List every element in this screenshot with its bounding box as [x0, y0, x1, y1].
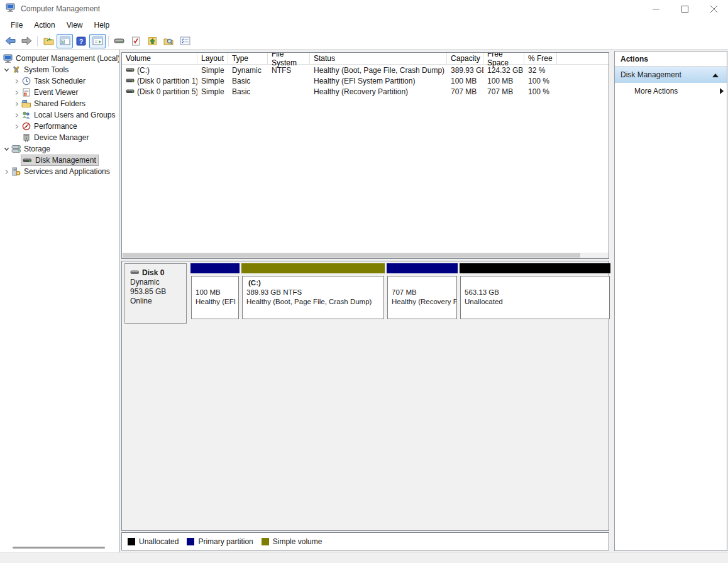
chevron-down-icon[interactable]: [2, 65, 11, 74]
app-icon: [6, 3, 16, 14]
computer-management-window: Computer Management File Action View Hel…: [0, 0, 728, 563]
partition-body[interactable]: (C:) 389.93 GB NTFS Healthy (Boot, Page …: [242, 276, 384, 319]
minimize-button[interactable]: [641, 0, 670, 18]
menu-file[interactable]: File: [5, 19, 28, 31]
legend-label: Unallocated: [139, 537, 179, 546]
menu-help[interactable]: Help: [89, 19, 116, 31]
cell-type: Basic: [228, 77, 268, 85]
column-header-layout[interactable]: Layout: [197, 53, 228, 64]
cell-type: Dynamic: [228, 66, 268, 75]
tree-item-label: Storage: [24, 145, 50, 153]
chevron-right-icon[interactable]: [12, 88, 21, 97]
tree-item-computer-management[interactable]: Computer Management (Local): [0, 53, 119, 64]
partition-body[interactable]: 100 MB Healthy (EFI System Partition): [191, 276, 239, 319]
console-tree: Computer Management (Local) System Tools: [0, 50, 119, 177]
tree-item-event-viewer[interactable]: Event Viewer: [0, 87, 119, 98]
maximize-button[interactable]: [670, 0, 699, 18]
console-tree-toggle-icon: [60, 36, 70, 45]
partition-c-volume[interactable]: (C:) 389.93 GB NTFS Healthy (Boot, Page …: [241, 263, 385, 324]
menu-view[interactable]: View: [61, 19, 89, 31]
storage-icon: [11, 145, 21, 153]
chevron-right-icon[interactable]: [12, 77, 21, 85]
local-users-groups-icon: [21, 111, 31, 119]
chevron-right-icon[interactable]: [12, 111, 21, 119]
column-header-volume[interactable]: Volume: [122, 53, 197, 64]
more-actions-item[interactable]: More Actions: [615, 83, 727, 99]
event-viewer-icon: [21, 88, 31, 97]
action-pane-toggle-button[interactable]: [89, 34, 106, 48]
partition-body[interactable]: 563.13 GB Unallocated: [460, 276, 610, 319]
properties-list-button[interactable]: [177, 34, 193, 48]
selected-tree-item[interactable]: Disk Management: [21, 155, 99, 166]
tree-item-system-tools[interactable]: System Tools: [0, 64, 119, 75]
partitions-strip: 100 MB Healthy (EFI System Partition) (C…: [190, 263, 610, 324]
title-bar: Computer Management: [0, 0, 728, 18]
volume-list-horizontal-scrollbar[interactable]: [122, 253, 609, 258]
column-header-free-space[interactable]: Free Space: [483, 53, 524, 64]
actions-group-disk-management[interactable]: Disk Management: [615, 67, 727, 83]
column-header-file-system[interactable]: File System: [268, 53, 310, 64]
volume-icon: [126, 77, 135, 85]
chevron-down-icon[interactable]: [2, 145, 11, 153]
partition-recovery[interactable]: 707 MB Healthy (Recovery Partition): [387, 263, 458, 324]
window-title: Computer Management: [21, 4, 100, 13]
cell-free-space: 124.32 GB: [483, 66, 524, 75]
volume-name: (Disk 0 partition 1): [137, 77, 197, 85]
folder-up-icon: [148, 36, 157, 46]
cell-layout: Simple: [197, 77, 228, 85]
menu-bar: File Action View Help: [0, 18, 728, 33]
console-tree-toggle-button[interactable]: [57, 34, 73, 48]
column-header-type[interactable]: Type: [228, 53, 268, 64]
shared-folders-icon: 22: [21, 99, 31, 108]
export-list-button[interactable]: [40, 34, 57, 48]
table-row[interactable]: (Disk 0 partition 5) Simple Basic Health…: [122, 86, 609, 97]
volume-name: (C:): [137, 66, 150, 75]
tree-horizontal-scrollbar[interactable]: [13, 547, 105, 549]
status-bar: [0, 552, 728, 563]
chevron-right-icon[interactable]: [12, 99, 21, 108]
cell-capacity: 707 MB: [447, 87, 483, 96]
partition-unallocated[interactable]: 563.13 GB Unallocated: [460, 263, 610, 324]
collapse-arrow-icon[interactable]: [712, 74, 719, 77]
close-button[interactable]: [699, 0, 728, 18]
tree-item-task-scheduler[interactable]: Task Scheduler: [0, 75, 119, 87]
tree-item-performance[interactable]: Performance: [0, 121, 119, 132]
tree-item-local-users-and-groups[interactable]: Local Users and Groups: [0, 109, 119, 121]
tree-item-device-manager[interactable]: Device Manager: [0, 132, 119, 143]
partition-title: [392, 278, 453, 288]
actions-pane: Actions Disk Management More Actions: [614, 51, 727, 551]
export-folder-icon: [43, 36, 54, 45]
disk-0-row: Disk 0 Dynamic 953.85 GB Online 100 MB H…: [124, 263, 606, 324]
partition-color-bar: [190, 263, 240, 273]
partition-size: 389.93 GB NTFS: [246, 288, 380, 297]
chevron-right-icon[interactable]: [2, 167, 11, 176]
performance-icon: [21, 122, 31, 131]
tree-item-disk-management[interactable]: Disk Management: [0, 155, 119, 166]
chevron-right-icon[interactable]: [12, 122, 21, 131]
scrollbar-thumb[interactable]: [123, 253, 580, 258]
back-arrow-icon: [5, 36, 16, 45]
back-button[interactable]: [2, 34, 18, 48]
check-document-icon: [131, 36, 140, 46]
table-row[interactable]: (C:) Simple Dynamic NTFS Healthy (Boot, …: [122, 65, 609, 75]
forward-button[interactable]: [18, 34, 35, 48]
check-document-button[interactable]: [128, 34, 144, 48]
tree-item-label: Shared Folders: [34, 99, 85, 108]
tree-item-services-and-applications[interactable]: Services and Applications: [0, 166, 119, 177]
column-header-status[interactable]: Status: [310, 53, 447, 64]
folder-search-button[interactable]: [160, 34, 177, 48]
menu-action[interactable]: Action: [28, 19, 60, 31]
tree-item-shared-folders[interactable]: 22 Shared Folders: [0, 98, 119, 109]
help-button[interactable]: ?: [73, 34, 89, 48]
disk-0-header[interactable]: Disk 0 Dynamic 953.85 GB Online: [124, 263, 187, 324]
disk-device-button[interactable]: [111, 34, 128, 48]
column-header-capacity[interactable]: Capacity: [447, 53, 483, 64]
table-row[interactable]: (Disk 0 partition 1) Simple Basic Health…: [122, 75, 609, 86]
column-header-pct-free[interactable]: % Free: [524, 53, 557, 64]
properties-list-icon: [180, 36, 190, 45]
tree-item-storage[interactable]: Storage: [0, 143, 119, 155]
partition-body[interactable]: 707 MB Healthy (Recovery Partition): [387, 276, 457, 319]
legend-item-primary-partition: Primary partition: [187, 537, 253, 546]
folder-up-button[interactable]: [144, 34, 160, 48]
partition-efi[interactable]: 100 MB Healthy (EFI System Partition): [190, 263, 240, 324]
